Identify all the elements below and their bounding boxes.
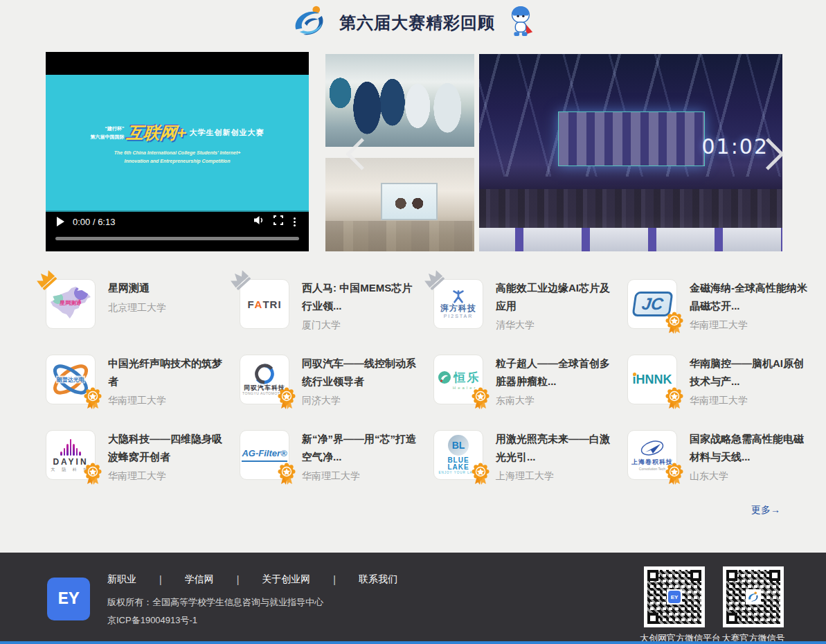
medal-icon <box>276 387 297 413</box>
volume-icon[interactable] <box>253 215 265 228</box>
footer-link-contact[interactable]: 联系我们 <box>359 573 397 586</box>
project-title: 大隐科技——四维隐身吸波蜂窝开创者 <box>108 430 226 465</box>
gold-crown-icon <box>32 265 61 294</box>
project-logo: BL BLUE LAKE ENJOY YOUR LAKE <box>433 430 483 480</box>
project-card[interactable]: FATRI 西人马: 中国MEMS芯片行业领... 厦门大学 <box>240 279 433 355</box>
project-card[interactable]: AG-Filter® 新“净”界——用“芯”打造空气净... 华南理工大学 <box>240 430 433 506</box>
footer-logo: EY <box>47 578 90 620</box>
project-title: 新“净”界——用“芯”打造空气净... <box>302 430 420 465</box>
project-card[interactable]: 星网测通 星网测通 北京理工大学 <box>46 279 240 355</box>
separator: | <box>333 574 336 585</box>
more-link[interactable]: 更多→ <box>751 504 780 517</box>
project-card[interactable]: JC 金磁海纳-全球高性能纳米晶磁芯开... 华南理工大学 <box>627 279 821 355</box>
qr-caption: 大赛官方微信号 <box>719 632 788 644</box>
project-info: 星网测通 北京理工大学 <box>108 279 226 355</box>
video-time: 0:00 / 6:13 <box>73 217 115 227</box>
project-title: 金磁海纳-全球高性能纳米晶磁芯开... <box>690 279 807 314</box>
video-title-suffix: 大学生创新创业大赛 <box>190 127 264 138</box>
project-university: 上海理工大学 <box>496 470 613 483</box>
project-title: 国家战略急需高性能电磁材料与天线... <box>690 430 807 465</box>
footer: EY 新职业 | 学信网 | 关于创业网 | 联系我们 版权所有：全国高等学校学… <box>0 553 826 644</box>
stage-screen <box>558 111 705 166</box>
fullscreen-icon[interactable] <box>273 215 283 228</box>
project-info: 金磁海纳-全球高性能纳米晶磁芯开... 华南理工大学 <box>690 279 807 355</box>
video-title-prefix: “建行杯”第六届中国国际 <box>90 125 124 140</box>
project-grid: 星网测通 星网测通 北京理工大学 FATRI 西人马: <box>46 279 821 506</box>
page: 第六届大赛精彩回顾 “建行杯”第六届中国国际 互联网+ 大学生创新创业大赛 <box>0 0 826 644</box>
project-logo: 恒乐 Healer <box>433 355 483 404</box>
project-card[interactable]: 上海卷积科技 Convolution Tech 国家战略急需高性能电磁材料与天线… <box>627 430 821 506</box>
project-university: 北京理工大学 <box>108 302 226 314</box>
china-map-logo-icon: 星网测通 <box>51 287 91 321</box>
project-card[interactable]: 同驭汽车科技 TONGYU AUTOMOTIVE 同驭汽车——线控制动系统行业领… <box>240 355 433 430</box>
project-logo: DAYIN 大 隐 科 技 <box>46 430 96 480</box>
qr-code-image <box>723 566 784 627</box>
project-card[interactable]: 朗普达光电 中国光纤声呐技术的筑梦者 华南理工大学 <box>46 355 240 430</box>
stage-tables <box>479 228 782 251</box>
event-logo-icon <box>747 591 760 602</box>
project-info: 用激光照亮未来——白激光光引... 上海理工大学 <box>496 430 613 506</box>
video-frame: “建行杯”第六届中国国际 互联网+ 大学生创新创业大赛 The 6th Chin… <box>46 75 309 212</box>
stage-crowd <box>479 189 782 229</box>
project-university: 华南理工大学 <box>690 319 807 332</box>
project-title: 星网测通 <box>108 279 226 297</box>
project-card[interactable]: iHNNK 华南脑控——脑机AI原创技术与产... 华南理工大学 <box>627 355 821 430</box>
ihnnk-logo-icon: iHNNK <box>633 373 672 387</box>
footer-link-xinzhiye[interactable]: 新职业 <box>107 573 136 586</box>
medal-icon <box>664 312 685 338</box>
video-title-en: The 6th China International College Stud… <box>114 149 241 166</box>
project-info: 粒子超人——全球首创多脏器肿瘤粒... 东南大学 <box>496 355 613 430</box>
fatri-logo-icon: FATRI <box>247 298 281 310</box>
project-university: 同济大学 <box>302 395 420 407</box>
mascot-icon <box>506 6 535 40</box>
copyright-text: 版权所有：全国高等学校学生信息咨询与就业指导中心 <box>107 596 323 609</box>
project-university: 厦门大学 <box>302 319 420 332</box>
medal-icon <box>664 463 685 489</box>
project-logo: 上海卷积科技 Convolution Tech <box>627 430 677 480</box>
project-info: 国家战略急需高性能电磁材料与天线... 山东大学 <box>690 430 807 506</box>
project-university: 清华大学 <box>496 319 613 332</box>
project-logo: 星网测通 <box>46 279 96 329</box>
icp-text: 京ICP备19004913号-1 <box>107 614 197 627</box>
qr-wechat-official: 大赛官方微信号 <box>719 566 788 644</box>
project-card[interactable]: DAYIN 大 隐 科 技 大隐科技——四维隐身吸波蜂窝开创者 华南理工大学 <box>46 430 240 506</box>
project-info: 西人马: 中国MEMS芯片行业领... 厦门大学 <box>302 279 420 355</box>
video-brand: 互联网+ <box>126 122 188 144</box>
project-card[interactable]: BL BLUE LAKE ENJOY YOUR LAKE 用激光照亮 <box>433 430 627 506</box>
footer-nav: 新职业 | 学信网 | 关于创业网 | 联系我们 <box>107 573 397 586</box>
project-title: 用激光照亮未来——白激光光引... <box>496 430 613 465</box>
video-menu-icon[interactable] <box>294 221 296 223</box>
gallery-photo-judging[interactable] <box>325 54 474 147</box>
play-icon[interactable] <box>57 217 64 226</box>
project-info: 大隐科技——四维隐身吸波蜂窝开创者 华南理工大学 <box>108 430 226 506</box>
project-title: 中国光纤声呐技术的筑梦者 <box>108 355 226 390</box>
event-logo-icon <box>291 5 328 41</box>
qr-wechat-platform: EY 大创网官方微信平台 <box>640 566 709 644</box>
project-university: 华南理工大学 <box>108 470 226 483</box>
qr-caption: 大创网官方微信平台 <box>640 632 709 644</box>
project-title: 粒子超人——全球首创多脏器肿瘤粒... <box>496 355 613 390</box>
medal-icon <box>276 463 297 489</box>
medal-icon <box>470 387 491 413</box>
project-info: 高能效工业边缘AI芯片及应用 清华大学 <box>496 279 613 355</box>
footer-link-about[interactable]: 关于创业网 <box>262 573 310 586</box>
video-player[interactable]: “建行杯”第六届中国国际 互联网+ 大学生创新创业大赛 The 6th Chin… <box>46 52 309 251</box>
project-card[interactable]: 湃方科技 PI2STAR 高能效工业边缘AI芯片及应用 清华大学 <box>433 279 627 355</box>
video-progress-bar[interactable] <box>55 237 299 240</box>
footer-link-xuexinwang[interactable]: 学信网 <box>185 573 214 586</box>
project-card[interactable]: 恒乐 Healer 粒子超人——全球首创多脏器肿瘤粒... 东南大学 <box>433 355 627 430</box>
gallery-photo-stage[interactable]: 01:02 <box>479 54 782 251</box>
project-university: 华南理工大学 <box>108 395 226 407</box>
page-title: 第六届大赛精彩回顾 <box>339 12 495 34</box>
gallery-photo-conference[interactable] <box>325 158 474 251</box>
project-university: 华南理工大学 <box>302 470 420 483</box>
waveform-icon <box>60 438 81 456</box>
project-logo: 湃方科技 PI2STAR <box>433 279 483 329</box>
project-logo: AG-Filter® <box>240 430 289 480</box>
pi2star-logo-icon: 湃方科技 PI2STAR <box>440 289 476 319</box>
photo-gallery: 01:02 <box>325 54 782 251</box>
project-info: 华南脑控——脑机AI原创技术与产... 华南理工大学 <box>690 355 807 430</box>
page-header: 第六届大赛精彩回顾 <box>0 0 826 46</box>
medal-icon <box>664 387 685 413</box>
project-logo: JC <box>627 279 677 329</box>
